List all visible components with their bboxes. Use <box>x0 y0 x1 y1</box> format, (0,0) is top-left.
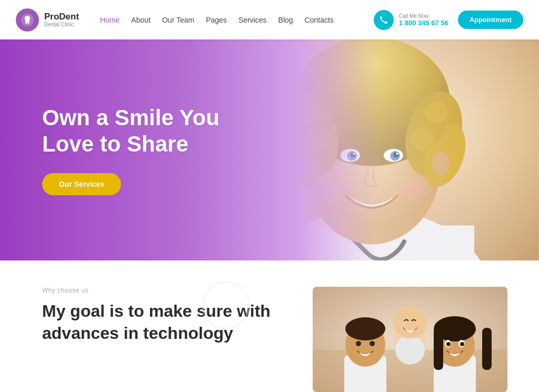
svg-point-38 <box>356 341 361 346</box>
hero-section: Own a Smile You Love to Share Our Servic… <box>0 39 539 260</box>
svg-point-42 <box>393 307 427 338</box>
appointment-button[interactable]: Appointment <box>458 11 523 29</box>
bottom-section: Why choose us My goal is to make sure wi… <box>0 260 539 392</box>
main-nav: Home About Our Team Pages Services Blog … <box>100 16 374 24</box>
svg-point-50 <box>446 342 451 346</box>
svg-point-37 <box>345 317 385 340</box>
site-header: ProDent Dental Clinic Home About Our Tea… <box>0 0 539 39</box>
hero-title: Own a Smile You Love to Share <box>42 105 221 158</box>
family-image <box>313 287 507 392</box>
svg-rect-47 <box>482 328 492 370</box>
phone-info: Call Me Now 1 800 345 67 56 <box>399 13 448 27</box>
svg-point-51 <box>460 342 464 346</box>
nav-home[interactable]: Home <box>100 16 119 24</box>
logo-subtitle: Dental Clinic <box>44 22 79 27</box>
logo[interactable]: ProDent Dental Clinic <box>16 8 84 32</box>
header-right: Call Me Now 1 800 345 67 56 Appointment <box>374 10 523 30</box>
nav-our-team[interactable]: Our Team <box>162 16 194 24</box>
family-image-container <box>313 287 507 392</box>
logo-text: ProDent Dental Clinic <box>44 12 79 28</box>
phone-icon-circle <box>374 10 394 30</box>
nav-services[interactable]: Services <box>238 16 267 24</box>
logo-title: ProDent <box>44 12 79 22</box>
hero-cta-button[interactable]: Our Services <box>42 173 121 195</box>
call-label: Call Me Now <box>399 13 448 19</box>
nav-about[interactable]: About <box>131 16 151 24</box>
nav-pages[interactable]: Pages <box>206 16 227 24</box>
family-svg <box>313 287 507 392</box>
nav-blog[interactable]: Blog <box>278 16 293 24</box>
hero-content: Own a Smile You Love to Share Our Servic… <box>0 105 221 196</box>
svg-rect-46 <box>434 328 443 370</box>
decorative-circle <box>202 282 249 329</box>
nav-contacts[interactable]: Contacts <box>305 16 334 24</box>
bottom-left: Why choose us My goal is to make sure wi… <box>42 287 281 344</box>
phone-wrap: Call Me Now 1 800 345 67 56 <box>374 10 448 30</box>
svg-point-39 <box>370 341 375 346</box>
logo-icon <box>16 8 39 32</box>
svg-point-41 <box>395 335 425 365</box>
phone-icon <box>379 15 388 25</box>
phone-number: 1 800 345 67 56 <box>399 19 448 27</box>
